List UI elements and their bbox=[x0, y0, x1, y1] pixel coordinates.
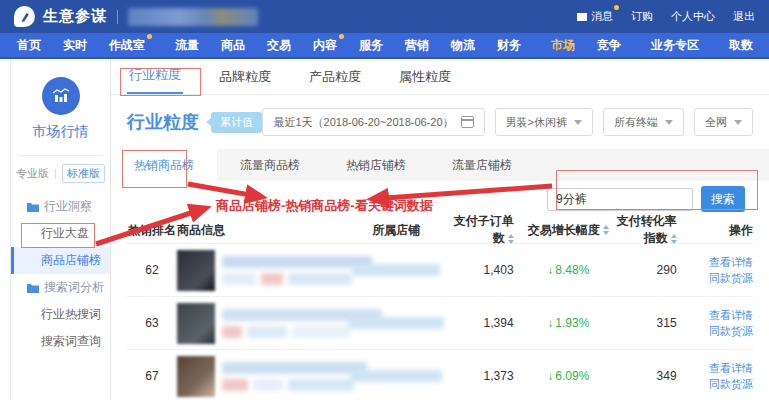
table-header: 热销排名 商品信息 所属店铺 支付子订单数 交易增长幅度 支付转化率指数 操作 bbox=[127, 217, 753, 243]
app-logo[interactable]: 生意参谋 bbox=[14, 6, 107, 27]
nav-goods[interactable]: 商品 bbox=[210, 37, 256, 54]
primary-nav: 首页 实时 作战室 流量 商品 交易 内容 服务 营销 物流 财务 市场 竞争 … bbox=[0, 33, 769, 59]
main-content: 行业粒度 品牌粒度 产品粒度 属性粒度 行业粒度 累计值 最近1天（2018-0… bbox=[111, 59, 769, 400]
logout-link[interactable]: 退出 bbox=[733, 9, 755, 24]
sidebar-item-search-analysis[interactable]: 搜索词分析 bbox=[11, 274, 110, 301]
blurred-shop-name bbox=[128, 8, 258, 26]
chevron-down-icon bbox=[734, 120, 742, 125]
shop-name-blurred bbox=[346, 317, 446, 329]
divider bbox=[117, 10, 118, 24]
growth-cell: ↓6.09% bbox=[528, 369, 609, 383]
sort-icon[interactable] bbox=[603, 225, 609, 235]
tab-attribute-granularity[interactable]: 属性粒度 bbox=[397, 60, 453, 94]
nav-traffic[interactable]: 流量 bbox=[164, 37, 210, 54]
product-thumbnail bbox=[177, 250, 215, 291]
conversion-cell: 315 bbox=[609, 316, 697, 330]
message-icon bbox=[577, 13, 587, 21]
product-thumbnail bbox=[177, 356, 215, 397]
same-source-link[interactable]: 同款货源 bbox=[697, 270, 753, 287]
sidebar-item-industry-insight[interactable]: 行业洞察 bbox=[11, 193, 110, 220]
category-dropdown[interactable]: 男装>休闲裤 bbox=[495, 108, 593, 136]
nav-data-fetch[interactable]: 取数 bbox=[718, 37, 764, 54]
sort-icon[interactable] bbox=[671, 234, 677, 244]
table-row: 62 1,403 ↓8.48% 290 查看详情同款货源 bbox=[127, 243, 753, 296]
nav-trade[interactable]: 交易 bbox=[256, 37, 302, 54]
tab-industry-granularity[interactable]: 行业粒度 bbox=[127, 58, 183, 94]
down-arrow-icon: ↓ bbox=[547, 316, 553, 330]
header-product-info: 商品信息 bbox=[177, 222, 346, 239]
product-thumbnail bbox=[177, 303, 215, 344]
badge-dot bbox=[147, 34, 152, 39]
rank-cell: 63 bbox=[127, 316, 177, 330]
version-pro-toggle[interactable]: 专业版 bbox=[16, 166, 49, 181]
subtab-hot-products[interactable]: 热销商品榜 bbox=[111, 149, 217, 181]
nav-market-active[interactable]: 市场 bbox=[540, 37, 586, 54]
cumulative-value-badge: 累计值 bbox=[211, 112, 262, 133]
orders-cell: 1,394 bbox=[446, 316, 527, 330]
granularity-tabs: 行业粒度 品牌粒度 产品粒度 属性粒度 bbox=[111, 59, 769, 95]
subtab-traffic-products[interactable]: 流量商品榜 bbox=[217, 149, 323, 181]
rank-subtabs: 热销商品榜 流量商品榜 热销店铺榜 流量店铺榜 bbox=[111, 149, 769, 181]
shop-name-blurred bbox=[346, 370, 446, 382]
orders-cell: 1,373 bbox=[446, 369, 527, 383]
scope-dropdown[interactable]: 全网 bbox=[694, 108, 753, 136]
header-growth: 交易增长幅度 bbox=[528, 222, 609, 239]
header-paid-orders: 支付子订单数 bbox=[446, 213, 527, 247]
product-info-blurred bbox=[177, 303, 346, 344]
badge-dot bbox=[339, 34, 344, 39]
rank-cell: 62 bbox=[127, 263, 177, 277]
calendar-icon bbox=[461, 116, 474, 128]
sidebar-title: 市场行情 bbox=[11, 123, 110, 141]
terminal-dropdown[interactable]: 所有终端 bbox=[603, 108, 684, 136]
sort-icon[interactable] bbox=[508, 234, 514, 244]
down-arrow-icon: ↓ bbox=[547, 263, 553, 277]
chevron-down-icon bbox=[574, 120, 582, 125]
sidebar-item-product-shop-rank[interactable]: 商品店铺榜 bbox=[11, 247, 110, 274]
nav-logistics[interactable]: 物流 bbox=[440, 37, 486, 54]
nav-realtime[interactable]: 实时 bbox=[52, 37, 98, 54]
subtab-traffic-shops[interactable]: 流量店铺榜 bbox=[429, 149, 535, 181]
nav-home[interactable]: 首页 bbox=[6, 37, 52, 54]
keyword-search-input[interactable] bbox=[547, 188, 693, 211]
tab-product-granularity[interactable]: 产品粒度 bbox=[307, 60, 363, 94]
nav-service[interactable]: 服务 bbox=[348, 37, 394, 54]
growth-cell: ↓8.48% bbox=[528, 263, 609, 277]
nav-academy[interactable]: 学院 bbox=[764, 37, 769, 54]
sidebar-item-search-word-query[interactable]: 搜索词查询 bbox=[11, 328, 110, 355]
nav-competition[interactable]: 竞争 bbox=[586, 37, 632, 54]
orders-cell: 1,403 bbox=[446, 263, 527, 277]
order-link[interactable]: 订购 bbox=[631, 9, 653, 24]
table-row: 67 1,373 ↓6.09% 349 查看详情同款货源 bbox=[127, 349, 753, 402]
nav-marketing[interactable]: 营销 bbox=[394, 37, 440, 54]
nav-content[interactable]: 内容 bbox=[302, 37, 348, 54]
app-title: 生意参谋 bbox=[43, 7, 107, 26]
nav-business-zone[interactable]: 业务专区 bbox=[640, 37, 710, 54]
view-detail-link[interactable]: 查看详情 bbox=[697, 307, 753, 324]
page-title: 行业粒度 bbox=[127, 110, 199, 134]
view-detail-link[interactable]: 查看详情 bbox=[697, 254, 753, 271]
market-chart-icon bbox=[42, 77, 80, 115]
folder-icon bbox=[27, 202, 39, 212]
product-info-blurred bbox=[177, 356, 346, 397]
same-source-link[interactable]: 同款货源 bbox=[697, 323, 753, 340]
subtab-hot-shops[interactable]: 热销店铺榜 bbox=[323, 149, 429, 181]
sidebar-item-industry-overview[interactable]: 行业大盘 bbox=[11, 220, 110, 247]
tab-brand-granularity[interactable]: 品牌粒度 bbox=[217, 60, 273, 94]
search-button[interactable]: 搜索 bbox=[701, 186, 745, 212]
version-standard-toggle[interactable]: 标准版 bbox=[62, 164, 105, 183]
date-range-picker[interactable]: 最近1天（2018-06-20~2018-06-20） bbox=[262, 108, 484, 136]
divider bbox=[55, 169, 56, 179]
shop-name-blurred bbox=[346, 264, 446, 276]
rank-cell: 67 bbox=[127, 369, 177, 383]
view-detail-link[interactable]: 查看详情 bbox=[697, 360, 753, 377]
profile-link[interactable]: 个人中心 bbox=[671, 9, 715, 24]
sidebar: 市场行情 专业版 标准版 行业洞察 行业大盘 商品店铺榜 搜索词分析 行业热搜词… bbox=[10, 59, 111, 400]
product-info-blurred bbox=[177, 250, 346, 291]
conversion-cell: 290 bbox=[609, 263, 697, 277]
messages-link[interactable]: 消息 bbox=[577, 9, 613, 24]
same-source-link[interactable]: 同款货源 bbox=[697, 376, 753, 393]
nav-warroom[interactable]: 作战室 bbox=[98, 37, 156, 54]
nav-finance[interactable]: 财务 bbox=[486, 37, 532, 54]
sidebar-item-hot-search-words[interactable]: 行业热搜词 bbox=[11, 301, 110, 328]
header-shop: 所属店铺 bbox=[346, 222, 446, 239]
